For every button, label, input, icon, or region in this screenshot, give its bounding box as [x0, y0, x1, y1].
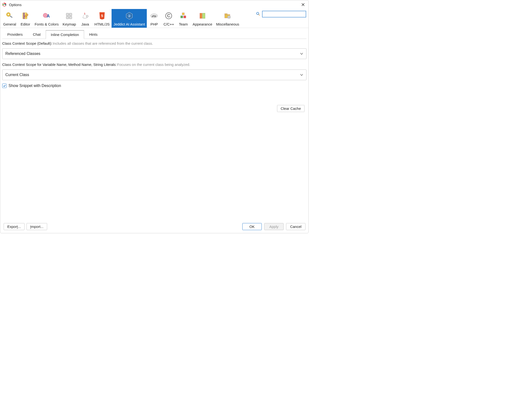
category-miscellaneous[interactable]: Miscellaneous [214, 9, 241, 28]
scope-variable-hint: Focuses on the current class being analy… [117, 62, 190, 67]
dialog-title: Options [9, 3, 22, 7]
category-general[interactable]: General [1, 9, 18, 28]
category-htmljs[interactable]: 5 HTML/JS [93, 9, 112, 28]
category-label: Keymap [63, 22, 76, 26]
svg-text:C: C [167, 13, 170, 18]
cubes-icon [178, 11, 188, 21]
svg-rect-12 [69, 13, 72, 16]
svg-text:A: A [47, 14, 50, 18]
category-label: Java [81, 22, 89, 26]
category-java[interactable]: Java [78, 9, 93, 28]
options-dialog: Options General [0, 0, 309, 233]
svg-rect-31 [225, 14, 227, 15]
category-label: Jeddict AI Assistant [113, 22, 145, 26]
category-team[interactable]: Team [176, 9, 191, 28]
svg-marker-3 [3, 4, 4, 6]
category-label: C/C++ [164, 22, 174, 26]
tab-providers[interactable]: Providers [2, 30, 28, 39]
search-input[interactable] [262, 11, 306, 17]
svg-rect-11 [66, 13, 69, 16]
category-ccpp[interactable]: C C/C++ [161, 9, 176, 28]
tab-inline-completion[interactable]: Inline Completion [46, 30, 84, 39]
palette-icon: A [42, 11, 52, 21]
scope-variable-value: Current Class [5, 73, 29, 77]
svg-rect-6 [9, 15, 13, 18]
java-cup-icon [80, 11, 90, 21]
scope-default-hint: Includes all classes that are referenced… [53, 41, 153, 45]
appearance-icon [198, 11, 207, 21]
apply-button: Apply [264, 223, 284, 230]
scope-default-label-row: Class Context Scope (Default): Includes … [2, 41, 306, 45]
app-icon [2, 2, 7, 7]
svg-rect-25 [182, 13, 184, 15]
export-button[interactable]: Export... [4, 223, 25, 230]
content-area: Providers Chat Inline Completion Hints C… [0, 28, 308, 221]
category-jeddict-ai-assistant[interactable]: J Jeddict AI Assistant [112, 9, 147, 28]
scope-variable-label: Class Context Scope for Variable Name, M… [2, 62, 117, 67]
category-toolbar: General Editor A [0, 9, 308, 28]
titlebar: Options [0, 0, 308, 9]
svg-rect-13 [66, 16, 69, 19]
svg-point-34 [257, 12, 259, 15]
svg-text:php: php [152, 15, 156, 17]
folder-gear-icon [223, 11, 233, 21]
ok-button[interactable]: OK [242, 223, 262, 230]
search-icon [256, 12, 261, 17]
clear-cache-row: Clear Cache [2, 105, 306, 112]
clear-cache-button[interactable]: Clear Cache [277, 105, 305, 112]
category-label: Miscellaneous [216, 22, 239, 26]
subtabs: Providers Chat Inline Completion Hints [2, 30, 306, 39]
svg-point-33 [228, 17, 229, 18]
scope-default-label: Class Context Scope (Default): [2, 41, 52, 45]
html5-icon: 5 [97, 11, 107, 21]
tab-hints[interactable]: Hints [84, 30, 103, 39]
category-appearance[interactable]: Appearance [191, 9, 214, 28]
tab-chat[interactable]: Chat [28, 30, 46, 39]
scope-variable-select[interactable]: Current Class [2, 69, 306, 80]
c-gear-icon: C [164, 11, 174, 21]
category-label: HTML/JS [95, 22, 110, 26]
svg-rect-8 [24, 13, 25, 19]
scope-variable-label-row: Class Context Scope for Variable Name, M… [2, 62, 306, 67]
svg-rect-28 [200, 13, 202, 18]
book-pencil-icon [20, 11, 30, 21]
keyboard-icon [64, 11, 74, 21]
category-editor[interactable]: Editor [18, 9, 33, 28]
svg-point-5 [8, 14, 9, 15]
category-keymap[interactable]: Keymap [61, 9, 78, 28]
chevron-down-icon [300, 73, 303, 77]
categories: General Editor A [1, 9, 241, 28]
scope-default-select[interactable]: Referenced Classes [2, 48, 306, 59]
category-label: PHP [150, 22, 158, 26]
svg-rect-29 [202, 13, 205, 18]
svg-rect-27 [184, 16, 186, 18]
category-label: Editor [21, 22, 30, 26]
gear-wrench-icon [5, 11, 15, 21]
svg-point-16 [86, 15, 88, 17]
svg-text:5: 5 [101, 14, 103, 18]
category-label: Fonts & Colors [35, 22, 59, 26]
category-label: Team [179, 22, 188, 26]
close-icon[interactable] [300, 1, 306, 8]
php-icon: php [149, 11, 159, 21]
category-label: General [3, 22, 16, 26]
import-button[interactable]: Import... [26, 223, 47, 230]
jeddict-icon: J [124, 11, 134, 21]
svg-rect-14 [69, 16, 72, 19]
category-label: Appearance [192, 22, 212, 26]
svg-text:J: J [129, 15, 130, 17]
svg-line-35 [259, 14, 260, 16]
scope-default-value: Referenced Classes [5, 52, 40, 56]
search-bar [256, 9, 307, 17]
chevron-down-icon [300, 52, 303, 55]
dialog-footer: Export... Import... OK Apply Cancel [0, 221, 308, 233]
category-php[interactable]: php PHP [147, 9, 161, 28]
category-fonts-colors[interactable]: A Fonts & Colors [33, 9, 61, 28]
show-snippet-checkbox[interactable] [2, 84, 7, 88]
show-snippet-label: Show Snippet with Description [9, 84, 61, 88]
svg-rect-26 [181, 16, 183, 18]
cancel-button[interactable]: Cancel [286, 223, 305, 230]
show-snippet-row: Show Snippet with Description [2, 84, 306, 88]
